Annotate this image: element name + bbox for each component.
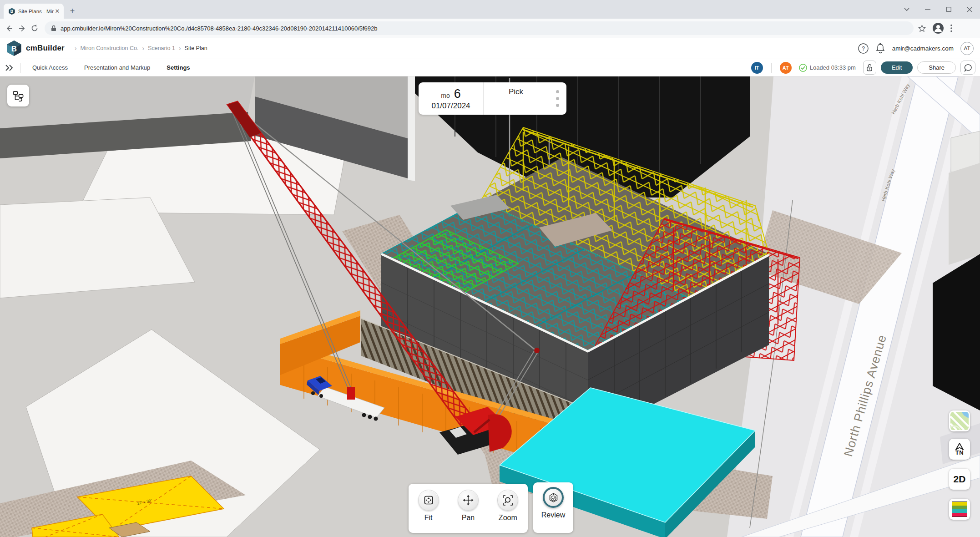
browser-urlbar: app.cmbuilder.io/Miron%20Construction%20… <box>0 19 980 38</box>
new-tab-button[interactable]: + <box>67 6 77 16</box>
date-menu-button[interactable] <box>548 82 566 115</box>
date-full: 01/07/2024 <box>431 101 470 111</box>
forward-icon[interactable] <box>15 22 28 35</box>
breadcrumb: › Miron Construction Co. › Scenario 1 › … <box>75 45 207 52</box>
menu-item-settings[interactable]: Settings <box>158 64 198 71</box>
phase-colors-icon <box>952 502 967 517</box>
review-card: Review <box>533 482 573 533</box>
menu-item-presentation-markup[interactable]: Presentation and Markup <box>76 64 158 71</box>
help-icon[interactable]: ? <box>858 43 869 54</box>
model-tree-button[interactable] <box>7 85 29 106</box>
address-input[interactable]: app.cmbuilder.io/Miron%20Construction%20… <box>45 21 914 35</box>
divider <box>20 63 20 73</box>
window-maximize-icon[interactable] <box>938 0 959 19</box>
browser-tab[interactable]: B Site Plans - Miron ✕ <box>4 4 64 19</box>
review-model-icon <box>548 492 559 503</box>
cmbuilder-favicon-icon: B <box>8 8 15 15</box>
pan-button[interactable]: Pan <box>458 490 479 522</box>
back-icon[interactable] <box>3 22 15 35</box>
date-weekday: mo <box>441 92 450 99</box>
menu-item-quick-access[interactable]: Quick Access <box>24 64 76 71</box>
date-day: 6 <box>454 87 461 101</box>
browser-tabstrip: B Site Plans - Miron ✕ + <box>0 0 980 19</box>
load-status-text: Loaded 03:33 pm <box>810 64 856 71</box>
share-button[interactable]: Share <box>917 61 956 74</box>
pick-date-button[interactable]: Pick <box>484 82 548 115</box>
load-status: Loaded 03:33 pm <box>799 64 856 72</box>
pan-label: Pan <box>462 514 475 522</box>
viewport-3d[interactable]: 12' x 30' <box>0 76 980 537</box>
comment-bubble-icon <box>964 64 972 72</box>
breadcrumb-item-scenario[interactable]: Scenario 1 <box>148 45 175 51</box>
tab-title: Site Plans - Miron <box>18 9 54 14</box>
dot <box>556 97 559 100</box>
pan-icon <box>462 494 474 506</box>
minimap-icon <box>950 412 969 430</box>
check-circle-icon <box>799 64 807 72</box>
site-plan-scene: 12' x 30' <box>0 76 980 537</box>
app-menubar: Quick Access Presentation and Markup Set… <box>0 59 980 76</box>
current-date[interactable]: mo 6 01/07/2024 <box>419 82 484 115</box>
fit-label: Fit <box>424 514 433 522</box>
tab-close-icon[interactable]: ✕ <box>54 8 61 15</box>
dot <box>556 104 559 107</box>
zoom-button[interactable]: Zoom <box>497 490 518 522</box>
breadcrumb-sep: › <box>75 45 77 52</box>
breadcrumb-sep: › <box>179 45 181 52</box>
lock-open-icon <box>866 64 873 71</box>
svg-text:?: ? <box>862 46 865 52</box>
reload-icon[interactable] <box>28 22 41 35</box>
window-minimize-icon[interactable] <box>917 0 938 19</box>
fit-view-icon <box>423 495 434 506</box>
toggle-2d-button[interactable]: 2D <box>949 469 970 490</box>
presence-badge-at[interactable]: AT <box>780 62 792 74</box>
fit-button[interactable]: Fit <box>418 490 439 522</box>
svg-text:B: B <box>11 45 17 53</box>
phase-colors-button[interactable] <box>949 499 970 520</box>
tn-label: TN <box>955 449 964 456</box>
cmbuilder-logo-icon: B <box>6 40 22 56</box>
bookmark-star-icon[interactable] <box>918 25 926 32</box>
browser-profile-icon[interactable] <box>932 22 944 34</box>
review-button[interactable] <box>543 487 564 508</box>
expand-panel-icon[interactable] <box>5 64 15 71</box>
browser-menu-icon[interactable] <box>950 24 952 32</box>
edit-button[interactable]: Edit <box>881 61 913 74</box>
zoom-icon <box>502 495 514 506</box>
brand-name: cmBuilder <box>26 44 65 53</box>
hierarchy-tree-icon <box>12 90 24 101</box>
user-email: amir@cadmakers.com <box>892 45 954 52</box>
presence-badge-it[interactable]: IT <box>751 62 763 74</box>
url-text: app.cmbuilder.io/Miron%20Construction%20… <box>61 25 378 32</box>
brand[interactable]: B cmBuilder <box>6 40 65 56</box>
basemap-toggle-button[interactable] <box>949 410 970 431</box>
breadcrumb-sep: › <box>142 45 144 52</box>
notifications-bell-icon[interactable] <box>875 43 885 54</box>
breadcrumb-item-siteplan: Site Plan <box>185 45 207 51</box>
true-north-button[interactable]: TN <box>949 439 970 460</box>
user-avatar[interactable]: AT <box>960 42 974 55</box>
window-close-icon[interactable] <box>959 0 980 19</box>
svg-text:B: B <box>10 9 13 14</box>
tab-search-chevron-icon[interactable] <box>896 0 917 19</box>
dot <box>556 90 559 93</box>
comments-button[interactable] <box>960 61 975 75</box>
app-header: B cmBuilder › Miron Construction Co. › S… <box>0 38 980 59</box>
crane-hook <box>347 387 355 400</box>
breadcrumb-item-company[interactable]: Miron Construction Co. <box>81 45 139 51</box>
viewport-toolbar: Fit Pan Zoom <box>409 484 528 533</box>
review-label: Review <box>541 511 565 519</box>
date-widget: mo 6 01/07/2024 Pick <box>419 82 566 115</box>
lock-button[interactable] <box>863 61 876 75</box>
zoom-label: Zoom <box>499 514 517 522</box>
divider <box>771 63 772 73</box>
